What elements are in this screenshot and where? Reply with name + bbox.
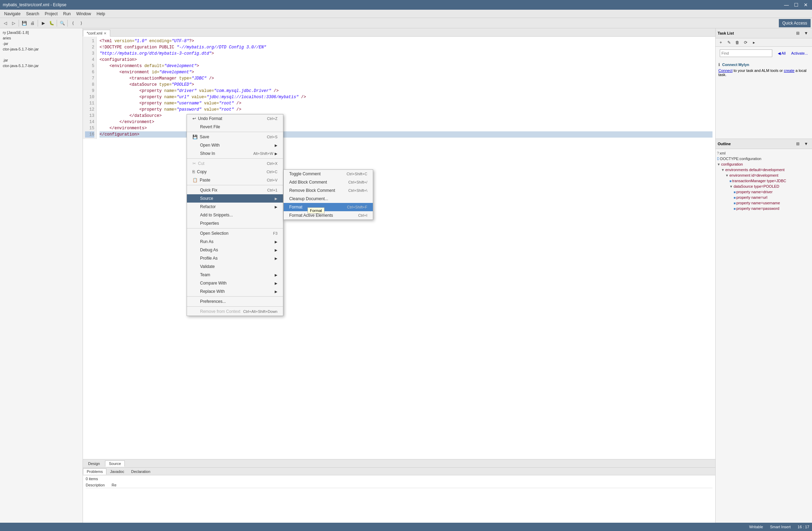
ctx-source[interactable]: Source ▶ bbox=[187, 194, 283, 203]
menu-navigate[interactable]: Navigate bbox=[1, 11, 23, 17]
sub-add-block-comment[interactable]: Add Block Comment Ctrl+Shift+/ bbox=[284, 178, 373, 186]
tab-declaration[interactable]: Declaration bbox=[128, 469, 154, 474]
ctx-refactor[interactable]: Refactor ▶ bbox=[187, 203, 283, 211]
tab-source[interactable]: Source bbox=[105, 460, 125, 467]
task-list-btn2[interactable]: ▼ bbox=[802, 29, 810, 37]
ctx-sep3 bbox=[187, 185, 283, 185]
team-arrow: ▶ bbox=[275, 273, 277, 277]
tl-tb-btn5[interactable]: ▸ bbox=[750, 39, 758, 46]
tb-arrow2[interactable]: ⟩ bbox=[77, 19, 85, 27]
outline-content[interactable]: ? xml D DOCTYPE:configuration ▼ configur… bbox=[716, 149, 812, 523]
task-search-input[interactable] bbox=[720, 49, 772, 57]
tb-arrow1[interactable]: ⟨ bbox=[69, 19, 77, 27]
tb-forward-button[interactable]: ▷ bbox=[10, 19, 17, 27]
ctx-revert-file[interactable]: Revert File bbox=[187, 123, 283, 131]
connect-desc: to your task and ALM tools or bbox=[734, 68, 784, 73]
ctx-replace-with[interactable]: Replace With ▶ bbox=[187, 287, 283, 296]
menu-search[interactable]: Search bbox=[23, 11, 42, 17]
connect-mylyn: ℹ Connect Mylyn Connect to your task and… bbox=[716, 60, 812, 80]
sidebar-item-connector1[interactable]: ctor-java-5.1.7-bin.jar bbox=[0, 46, 83, 52]
close-button[interactable]: ✕ bbox=[802, 1, 809, 8]
outline-item-prop-driver[interactable]: ■ property name=driver bbox=[716, 189, 812, 195]
task-filter-all[interactable]: ◀ All bbox=[776, 50, 788, 56]
prop-driver-icon: ■ bbox=[734, 190, 736, 194]
outline-item-environments[interactable]: ▼ environments default=development bbox=[716, 167, 812, 173]
ctx-open-sel-shortcut: F3 bbox=[273, 231, 277, 235]
ctx-cut: ✂ Cut Ctrl+X bbox=[187, 159, 283, 168]
sub-format[interactable]: Format Ctrl+Shift+F bbox=[284, 203, 373, 211]
tl-tb-btn1[interactable]: + bbox=[717, 39, 725, 46]
outline-item-configuration[interactable]: ▼ configuration bbox=[716, 161, 812, 167]
sidebar-item-aries[interactable]: aries bbox=[0, 35, 83, 41]
ctx-undo-format[interactable]: ↩ Undo Format Ctrl+Z bbox=[187, 114, 283, 123]
tl-tb-btn4[interactable]: ⟳ bbox=[742, 39, 749, 46]
sidebar-item-jar2[interactable]: .jar bbox=[0, 57, 83, 63]
minimize-button[interactable]: — bbox=[783, 1, 790, 8]
outline-item-xml[interactable]: ? xml bbox=[716, 150, 812, 156]
ctx-paste[interactable]: 📋 Paste Ctrl+V bbox=[187, 176, 283, 184]
ctx-open-with[interactable]: Open With ▶ bbox=[187, 141, 283, 149]
ctx-validate-label: Validate bbox=[200, 264, 277, 269]
menu-window[interactable]: Window bbox=[74, 11, 94, 17]
ln-3: 3 bbox=[85, 50, 94, 57]
tab-close-icon[interactable]: ✕ bbox=[104, 31, 106, 35]
ctx-properties[interactable]: Properties bbox=[187, 219, 283, 227]
sub-cleanup-document[interactable]: Cleanup Document... bbox=[284, 195, 373, 203]
ctx-preferences[interactable]: Preferences... bbox=[187, 297, 283, 306]
sidebar-item-jar[interactable]: -jar bbox=[0, 41, 83, 46]
ctx-compare-with[interactable]: Compare With ▶ bbox=[187, 279, 283, 287]
menu-project[interactable]: Project bbox=[42, 11, 60, 17]
doctype-icon: D bbox=[717, 157, 719, 161]
outline-item-prop-username[interactable]: ■ property name=username bbox=[716, 200, 812, 206]
sidebar-item-javase[interactable]: ry [JavaSE-1.8] bbox=[0, 30, 83, 35]
outline-item-doctype[interactable]: D DOCTYPE:configuration bbox=[716, 156, 812, 161]
outline-item-prop-url[interactable]: ■ property name=url bbox=[716, 195, 812, 200]
tb-search-button[interactable]: 🔍 bbox=[58, 19, 66, 27]
ctx-quick-fix[interactable]: Quick Fix Ctrl+1 bbox=[187, 186, 283, 194]
code-line-8: <dataSource type="POOLED"> bbox=[100, 82, 712, 88]
code-editor[interactable]: 1 2 3 4 5 6 7 8 9 10 11 12 13 14 15 16 bbox=[83, 37, 715, 459]
outline-btn2[interactable]: ▼ bbox=[802, 140, 810, 148]
tb-back-button[interactable]: ◁ bbox=[1, 19, 9, 27]
outline-btn1[interactable]: ⊞ bbox=[794, 140, 802, 148]
tab-javadoc[interactable]: Javadoc bbox=[106, 469, 128, 474]
ctx-open-selection[interactable]: Open Selection F3 bbox=[187, 229, 283, 237]
ctx-team[interactable]: Team ▶ bbox=[187, 271, 283, 279]
ctx-validate[interactable]: Validate bbox=[187, 262, 283, 271]
tl-tb-btn2[interactable]: ✎ bbox=[725, 39, 733, 46]
ctx-run-as[interactable]: Run As ▶ bbox=[187, 237, 283, 246]
connect-link[interactable]: Connect bbox=[718, 68, 733, 73]
tb-save-button[interactable]: 💾 bbox=[20, 19, 28, 27]
create-link[interactable]: create bbox=[784, 68, 795, 73]
sidebar-item-connector2[interactable]: ctor-java-5.1.7-bin.jar bbox=[0, 63, 83, 68]
maximize-button[interactable]: ☐ bbox=[793, 1, 800, 8]
outline-item-datasource[interactable]: ▼ dataSource type=POOLED bbox=[716, 184, 812, 189]
quick-access-button[interactable]: Quick Access bbox=[779, 19, 811, 27]
outline-item-txmanager[interactable]: ■ transactionManager type=JDBC bbox=[716, 178, 812, 184]
ctx-open-sel-label: Open Selection bbox=[200, 231, 273, 236]
task-filter-activate[interactable]: Activate... bbox=[789, 50, 810, 56]
menu-help[interactable]: Help bbox=[94, 11, 108, 17]
sub-format-active[interactable]: Format Active Elements Ctrl+I bbox=[284, 211, 373, 220]
tb-debug-button[interactable]: 🐛 bbox=[48, 19, 55, 27]
status-smart-insert: Smart Insert bbox=[770, 525, 791, 529]
ctx-add-to-snippets[interactable]: Add to Snippets... bbox=[187, 211, 283, 219]
tab-design[interactable]: Design bbox=[84, 460, 104, 467]
ctx-show-in[interactable]: Show In Alt+Shift+W ▶ bbox=[187, 149, 283, 158]
ctx-save[interactable]: 💾 Save Ctrl+S bbox=[187, 133, 283, 141]
tab-problems[interactable]: Problems bbox=[83, 468, 106, 475]
problems-tabs: Problems Javadoc Declaration bbox=[83, 468, 715, 475]
ctx-debug-as[interactable]: Debug As ▶ bbox=[187, 246, 283, 254]
sub-remove-block-comment[interactable]: Remove Block Comment Ctrl+Shift+\ bbox=[284, 186, 373, 195]
ctx-profile-as[interactable]: Profile As ▶ bbox=[187, 254, 283, 262]
menu-run[interactable]: Run bbox=[60, 11, 74, 17]
outline-item-prop-password[interactable]: ■ property name=password bbox=[716, 206, 812, 211]
tl-tb-btn3[interactable]: 🗑 bbox=[734, 39, 741, 46]
task-list-btn1[interactable]: ⊞ bbox=[794, 29, 802, 37]
editor-tab-confxml[interactable]: *conf.xml ✕ bbox=[83, 30, 110, 37]
outline-item-environment[interactable]: ▼ environment id=development bbox=[716, 173, 812, 178]
tb-print-button[interactable]: 🖨 bbox=[29, 19, 36, 27]
ctx-copy[interactable]: ⎘ Copy Ctrl+C bbox=[187, 168, 283, 176]
tb-run-button[interactable]: ▶ bbox=[39, 19, 47, 27]
sub-toggle-comment[interactable]: Toggle Comment Ctrl+Shift+C bbox=[284, 170, 373, 178]
